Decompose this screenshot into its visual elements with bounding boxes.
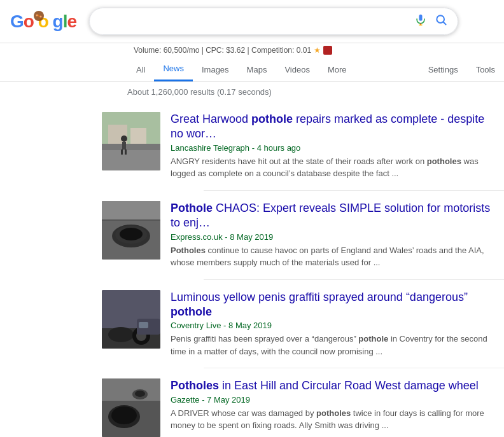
result-item: Great Harwood pothole repairs marked as … — [102, 102, 496, 190]
seo-bar: Volume: 60,500/mo | CPC: $3.62 | Competi… — [0, 43, 504, 55]
svg-rect-21 — [102, 201, 160, 220]
svg-rect-16 — [125, 149, 127, 155]
result-content: Pothole CHAOS: Expert reveals SIMPLE sol… — [171, 201, 496, 269]
svg-rect-3 — [419, 15, 423, 21]
result-title[interactable]: Pothole CHAOS: Expert reveals SIMPLE sol… — [171, 201, 496, 231]
tab-tools[interactable]: Tools — [467, 59, 504, 81]
thumb-svg — [102, 290, 160, 349]
pretzel-icon — [33, 10, 45, 22]
result-source: Coventry Live - 8 May 2019 — [171, 321, 496, 330]
result-item: Luminous yellow penis graffiti sprayed a… — [102, 280, 496, 368]
svg-point-2 — [39, 15, 41, 17]
svg-rect-9 — [102, 147, 160, 170]
svg-point-32 — [111, 406, 137, 424]
search-icons — [414, 13, 447, 29]
logo-e: e — [67, 11, 76, 31]
result-snippet: A DRIVER whose car was damaged by pothol… — [171, 407, 496, 432]
nav-tabs: All News Images Maps Videos More Setting… — [0, 55, 504, 82]
tab-images[interactable]: Images — [193, 59, 238, 81]
result-thumbnail — [102, 378, 160, 437]
tab-news[interactable]: News — [154, 57, 193, 81]
result-snippet: ANGRY residents have hit out at the stat… — [171, 155, 496, 180]
tab-settings[interactable]: Settings — [419, 59, 467, 81]
logo-g: G — [10, 11, 24, 31]
result-thumbnail — [102, 112, 160, 170]
result-item: Potholes in East Hill and Circular Road … — [102, 368, 496, 437]
result-source: Gazette - 7 May 2019 — [171, 395, 496, 405]
header: Go o gle potholes — [0, 0, 504, 43]
svg-point-25 — [108, 327, 134, 342]
result-link[interactable]: Potholes in East Hill and Circular Road … — [171, 379, 479, 392]
result-source: Express.co.uk - 8 May 2019 — [171, 232, 496, 242]
result-link[interactable]: Pothole CHAOS: Expert reveals SIMPLE sol… — [171, 202, 490, 229]
logo-o1: o — [24, 11, 34, 31]
svg-point-35 — [135, 391, 145, 397]
result-title[interactable]: Great Harwood pothole repairs marked as … — [171, 112, 496, 142]
result-content: Potholes in East Hill and Circular Road … — [171, 378, 496, 437]
result-content: Great Harwood pothole repairs marked as … — [171, 112, 496, 180]
result-link[interactable]: Great Harwood pothole repairs marked as … — [171, 113, 484, 140]
svg-rect-15 — [121, 149, 123, 155]
thumb-svg — [102, 201, 160, 260]
result-title[interactable]: Potholes in East Hill and Circular Road … — [171, 378, 496, 393]
svg-rect-14 — [122, 142, 126, 149]
results-summary: About 1,260,000 results (0.17 seconds) — [0, 82, 504, 102]
svg-point-20 — [120, 228, 143, 240]
tab-more[interactable]: More — [319, 59, 356, 81]
svg-point-1 — [36, 14, 38, 16]
logo-g2: g — [53, 11, 63, 31]
result-link[interactable]: Luminous yellow penis graffiti sprayed a… — [171, 291, 468, 318]
microphone-icon[interactable] — [414, 13, 427, 29]
result-content: Luminous yellow penis graffiti sprayed a… — [171, 290, 496, 358]
seo-text: Volume: 60,500/mo | CPC: $3.62 | Competi… — [134, 46, 311, 55]
results-list: Great Harwood pothole repairs marked as … — [0, 102, 504, 437]
google-logo[interactable]: Go o gle — [10, 11, 76, 32]
result-source: Lancashire Telegraph - 4 hours ago — [171, 143, 496, 153]
svg-rect-29 — [139, 322, 148, 328]
logo-o2: o — [34, 11, 53, 31]
svg-rect-12 — [102, 144, 160, 150]
search-button[interactable] — [435, 13, 447, 29]
seo-flag-icon — [323, 46, 332, 55]
thumb-svg — [102, 378, 160, 437]
svg-line-7 — [444, 22, 446, 25]
search-box[interactable]: potholes — [89, 8, 458, 35]
result-snippet: Potholes continue to cause havoc on part… — [171, 244, 496, 269]
result-title[interactable]: Luminous yellow penis graffiti sprayed a… — [171, 290, 496, 320]
result-thumbnail — [102, 201, 160, 260]
result-snippet: Penis graffiti has been sprayed over a “… — [171, 333, 496, 357]
tab-all[interactable]: All — [127, 59, 154, 81]
result-thumbnail — [102, 290, 160, 349]
nav-right: Settings Tools — [419, 59, 504, 81]
thumb-svg — [102, 112, 160, 170]
tab-maps[interactable]: Maps — [238, 59, 276, 81]
svg-point-13 — [121, 135, 127, 142]
logo-text: Go o gle — [10, 11, 76, 32]
tab-videos[interactable]: Videos — [276, 59, 319, 81]
svg-rect-33 — [102, 378, 160, 401]
star-icon: ★ — [314, 46, 321, 55]
result-item: Pothole CHAOS: Expert reveals SIMPLE sol… — [102, 191, 496, 279]
search-input[interactable]: potholes — [100, 16, 409, 27]
